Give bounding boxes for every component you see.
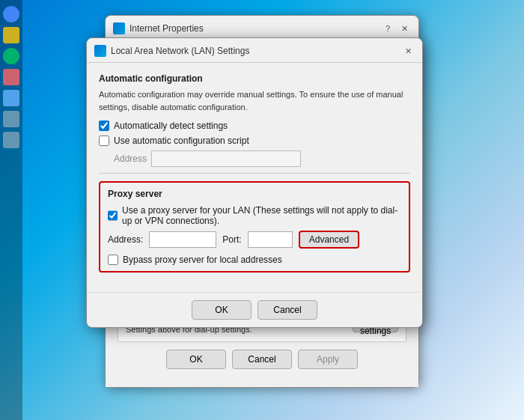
ip-dialog-actions: OK Cancel Apply [118, 342, 406, 377]
ip-cancel-button[interactable]: Cancel [232, 350, 292, 369]
proxy-address-input[interactable] [149, 231, 216, 248]
ip-apply-button[interactable]: Apply [298, 350, 358, 369]
taskbar-icon-3 [3, 48, 19, 64]
bypass-label: Bypass proxy server for local addresses [123, 255, 282, 265]
taskbar-icon-1 [3, 6, 19, 22]
advanced-button[interactable]: Advanced [299, 231, 359, 249]
auto-address-row: Address [114, 150, 410, 167]
auto-script-checkbox[interactable] [99, 136, 109, 146]
lan-dialog-title: Local Area Network (LAN) Settings [111, 46, 249, 56]
auto-script-label: Use automatic configuration script [114, 136, 249, 146]
proxy-section-title: Proxy server [108, 189, 401, 199]
bypass-checkbox[interactable] [108, 255, 118, 265]
taskbar-icon-5 [3, 90, 19, 106]
lan-titlebar: Local Area Network (LAN) Settings ✕ [87, 38, 422, 63]
use-proxy-checkbox[interactable] [108, 210, 118, 221]
lan-ok-button[interactable]: OK [192, 300, 252, 320]
internet-properties-icon [113, 22, 125, 34]
auto-detect-row: Automatically detect settings [99, 121, 410, 131]
lan-cancel-button[interactable]: Cancel [258, 300, 317, 320]
taskbar-icon-7 [3, 132, 19, 148]
titlebar-controls: ? ✕ [381, 22, 411, 35]
titlebar-left: Internet Properties [113, 22, 204, 34]
bypass-row: Bypass proxy server for local addresses [108, 255, 401, 265]
proxy-address-label: Address: [108, 234, 143, 245]
proxy-section: Proxy server Use a proxy server for your… [99, 181, 410, 273]
auto-address-label: Address [114, 153, 147, 164]
lan-close-button[interactable]: ✕ [401, 44, 415, 58]
taskbar [0, 0, 22, 420]
lan-titlebar-controls: ✕ [401, 44, 415, 58]
desktop: Internet Properties ? ✕ Local Area Netwo… [0, 0, 524, 420]
auto-detect-checkbox[interactable] [99, 121, 109, 131]
use-proxy-label: Use a proxy server for your LAN (These s… [122, 205, 401, 226]
auto-config-desc: Automatic configuration may override man… [99, 88, 410, 113]
section-divider [99, 173, 410, 174]
auto-script-row: Use automatic configuration script [99, 136, 410, 146]
ip-ok-button[interactable]: OK [166, 350, 226, 369]
lan-titlebar-left: Local Area Network (LAN) Settings [94, 45, 249, 57]
proxy-fields-row: Address: Port: Advanced [108, 231, 401, 249]
internet-properties-title: Internet Properties [130, 23, 204, 34]
proxy-port-input[interactable] [248, 231, 293, 248]
taskbar-icon-6 [3, 111, 19, 127]
auto-detect-label: Automatically detect settings [114, 121, 228, 131]
taskbar-icon-4 [3, 69, 19, 85]
lan-dialog-content: Automatic configuration Automatic config… [87, 63, 422, 287]
lan-settings-dialog: Local Area Network (LAN) Settings ✕ Auto… [86, 37, 423, 328]
proxy-port-label: Port: [222, 234, 241, 245]
lan-dialog-actions: OK Cancel [87, 292, 422, 327]
use-proxy-row: Use a proxy server for your LAN (These s… [108, 205, 401, 226]
close-button[interactable]: ✕ [397, 22, 411, 35]
auto-config-title: Automatic configuration [99, 73, 410, 84]
help-button[interactable]: ? [381, 22, 394, 35]
taskbar-icon-2 [3, 27, 19, 43]
auto-address-input [151, 150, 301, 167]
lan-dialog-icon [94, 45, 106, 57]
